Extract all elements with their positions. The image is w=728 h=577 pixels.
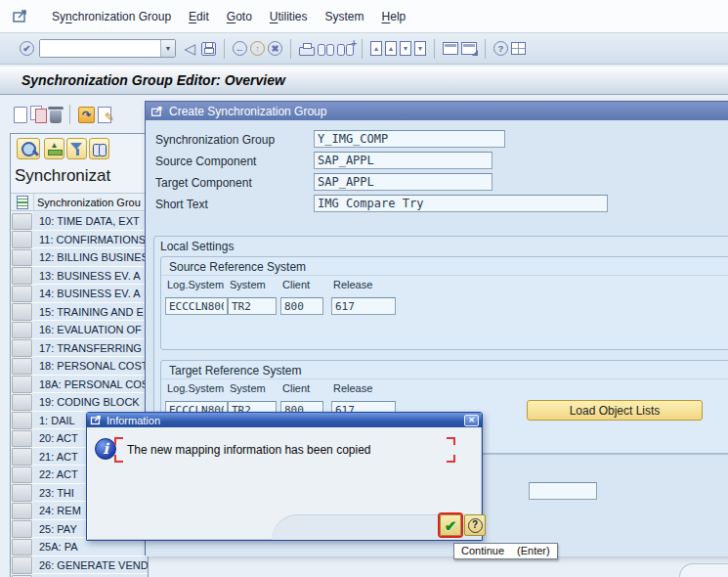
row-label[interactable]: 13: BUSINESS EV. A xyxy=(33,267,148,286)
source-value-field[interactable] xyxy=(165,297,228,315)
row-selector[interactable] xyxy=(12,322,32,339)
row-selector[interactable] xyxy=(12,286,32,303)
page-up-icon[interactable]: ▲ xyxy=(385,41,397,56)
row-selector[interactable] xyxy=(12,448,32,466)
row-selector[interactable] xyxy=(12,539,32,556)
menu-edit[interactable]: Edit xyxy=(180,7,218,26)
menu-goto[interactable]: Goto xyxy=(218,7,261,26)
print-icon[interactable] xyxy=(299,47,315,56)
column-label: Client xyxy=(282,382,310,394)
source-value-field[interactable] xyxy=(331,297,396,315)
row-selector[interactable] xyxy=(12,303,32,321)
create-shortcut-icon[interactable] xyxy=(461,42,477,55)
row-label[interactable]: 16: EVALUATION OF xyxy=(33,321,148,339)
list-item[interactable]: 16: EVALUATION OF xyxy=(11,321,148,339)
row-label[interactable]: 26: GENERATE VEND xyxy=(33,556,148,575)
row-label[interactable]: 14: BUSINESS EV. A xyxy=(33,285,148,303)
find-icon[interactable] xyxy=(318,42,334,56)
row-selector[interactable] xyxy=(12,376,32,393)
row-label[interactable]: 18A: PERSONAL COS xyxy=(33,376,148,394)
list-item[interactable]: 11: CONFIRMATIONS xyxy=(11,231,148,249)
delete-icon[interactable] xyxy=(50,111,62,123)
row-label[interactable]: 12: BILLING BUSINES xyxy=(33,248,148,267)
sort-ascending-icon[interactable]: ▲ xyxy=(44,138,64,159)
row-selector[interactable] xyxy=(12,412,32,429)
row-label[interactable]: 10: TIME DATA, EXT xyxy=(33,212,148,231)
edit-icon[interactable]: ✎ xyxy=(98,107,111,123)
close-icon[interactable]: ✕ xyxy=(464,415,479,426)
menu-synchronization-group[interactable]: Synchronization Group xyxy=(43,7,180,26)
first-page-icon[interactable]: ▲ xyxy=(370,41,382,56)
list-item[interactable]: 18A: PERSONAL COS xyxy=(11,376,148,394)
find-next-icon[interactable]: + xyxy=(337,42,354,56)
extra-field[interactable] xyxy=(529,482,597,500)
row-label[interactable]: 11: CONFIRMATIONS xyxy=(33,231,148,249)
menu-utilities[interactable]: Utilities xyxy=(261,7,317,26)
column-header[interactable]: Synchronization Grou xyxy=(11,193,148,211)
back-circle-icon[interactable]: ← xyxy=(233,41,247,56)
row-label[interactable]: 19: CODING BLOCK xyxy=(33,393,148,412)
command-input[interactable] xyxy=(40,40,160,57)
synchronization-group-field[interactable] xyxy=(314,130,505,148)
row-label[interactable]: 17: TRANSFERRING xyxy=(33,339,148,358)
row-selector[interactable] xyxy=(12,249,32,267)
choose-icon[interactable] xyxy=(17,138,40,159)
load-object-lists-button[interactable]: Load Object Lists xyxy=(527,400,703,421)
enter-icon[interactable]: ✔ xyxy=(20,41,34,56)
row-label[interactable]: 18: PERSONAL COST xyxy=(33,357,148,376)
last-page-icon[interactable]: ▼ xyxy=(414,41,426,56)
menu-system[interactable]: System xyxy=(317,7,373,26)
message-bracket-left xyxy=(114,437,123,463)
help-icon[interactable]: ? xyxy=(493,41,508,56)
cancel-icon[interactable]: ✖ xyxy=(268,41,282,56)
dialog-title-bar[interactable]: Create Synchronization Group xyxy=(146,102,728,120)
exit-icon[interactable]: ↑ xyxy=(250,41,265,56)
refresh-icon[interactable]: ↷ xyxy=(78,107,95,123)
source-value-field[interactable] xyxy=(280,297,323,315)
info-icon: i xyxy=(95,438,116,460)
list-item[interactable]: 15: TRAINING AND E xyxy=(11,303,148,322)
row-selector[interactable] xyxy=(12,267,32,285)
row-label[interactable]: 15: TRAINING AND E xyxy=(33,303,148,322)
list-item[interactable]: 12: BILLING BUSINES xyxy=(11,248,148,267)
row-selector[interactable] xyxy=(12,430,32,448)
source-value-field[interactable] xyxy=(228,297,277,315)
row-selector[interactable] xyxy=(12,503,32,520)
list-item[interactable]: 19: CODING BLOCK xyxy=(11,393,148,412)
menu-help[interactable]: Help xyxy=(373,7,415,26)
create-icon[interactable] xyxy=(14,107,27,123)
customize-layout-icon[interactable] xyxy=(511,42,526,55)
short-text-field[interactable] xyxy=(314,195,608,212)
row-selector[interactable] xyxy=(12,339,32,357)
list-item[interactable]: 14: BUSINESS EV. A xyxy=(11,285,148,303)
row-selector[interactable] xyxy=(12,556,32,574)
row-selector[interactable] xyxy=(12,231,32,248)
info-title-bar[interactable]: Information ✕ xyxy=(87,413,482,427)
target-component-field[interactable] xyxy=(314,173,492,191)
copy-icon[interactable] xyxy=(30,106,47,123)
find-icon[interactable] xyxy=(89,138,109,159)
row-selector[interactable] xyxy=(12,213,32,231)
row-selector[interactable] xyxy=(12,394,32,412)
row-selector[interactable] xyxy=(12,520,32,538)
back-icon[interactable]: ◁ xyxy=(181,40,198,58)
field-label: Target Component xyxy=(155,173,302,190)
row-selector[interactable] xyxy=(12,466,32,484)
row-selector[interactable] xyxy=(12,484,32,502)
list-item[interactable]: 18: PERSONAL COST xyxy=(11,357,148,376)
list-item[interactable]: 26: GENERATE VEND xyxy=(11,556,148,575)
chevron-down-icon[interactable]: ▼ xyxy=(160,40,175,57)
filter-icon[interactable] xyxy=(66,138,87,159)
screen-title-bar: Synchronization Group Editor: Overview xyxy=(0,67,728,95)
page-down-icon[interactable]: ▼ xyxy=(400,41,411,56)
save-icon[interactable] xyxy=(201,42,216,56)
new-session-icon[interactable] xyxy=(443,42,458,55)
list-item[interactable]: 13: BUSINESS EV. A xyxy=(11,267,148,286)
list-item[interactable]: 10: TIME DATA, EXT xyxy=(11,212,148,231)
list-item[interactable]: 17: TRANSFERRING xyxy=(11,339,148,358)
help-button[interactable]: ? xyxy=(464,514,486,536)
continue-button[interactable]: ✔ xyxy=(440,514,461,536)
command-field[interactable]: ▼ xyxy=(39,39,176,58)
source-component-field[interactable] xyxy=(314,152,492,169)
row-selector[interactable] xyxy=(12,358,32,376)
